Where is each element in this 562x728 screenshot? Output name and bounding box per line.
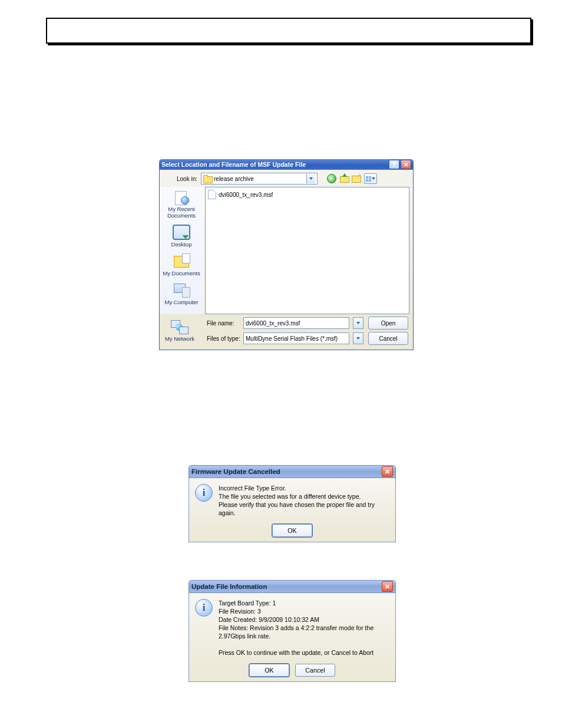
place-label: My Computer xyxy=(161,299,201,305)
place-my-network[interactable]: My Network xyxy=(160,318,200,344)
ok-button-label: OK xyxy=(287,527,296,534)
place-desktop[interactable]: Desktop xyxy=(161,223,201,250)
cancel-button[interactable]: Cancel xyxy=(295,664,335,677)
file-open-dialog: Select Location and Filename of MSF Upda… xyxy=(159,159,414,348)
help-button[interactable]: ? xyxy=(389,160,399,169)
folder-up-icon xyxy=(340,174,348,183)
ok-button-label: OK xyxy=(265,667,273,674)
new-folder-icon xyxy=(352,174,361,183)
place-label: Desktop xyxy=(161,241,201,248)
close-button[interactable]: ✕ xyxy=(401,160,411,169)
recent-documents-icon xyxy=(173,189,190,205)
my-computer-icon xyxy=(173,282,190,298)
cancel-button-label: Cancel xyxy=(305,667,325,674)
chevron-down-icon xyxy=(356,322,360,324)
file-list-pane[interactable]: dvi6000_tx_rev3.msf xyxy=(205,187,409,314)
dialog-titlebar[interactable]: Select Location and Filename of MSF Upda… xyxy=(159,159,414,170)
place-label: My Network xyxy=(160,335,200,342)
place-label: My Recent Documents xyxy=(161,206,201,219)
dialog-titlebar[interactable]: Firmware Update Cancelled ✕ xyxy=(189,465,396,478)
my-network-icon xyxy=(171,319,189,334)
close-icon: ✕ xyxy=(404,162,408,168)
views-grid-icon xyxy=(366,176,371,182)
close-button[interactable]: ✕ xyxy=(382,581,393,592)
help-icon: ? xyxy=(392,162,396,168)
file-type-dropdown[interactable]: MultiDyne Serial Flash Files (*.msf) xyxy=(243,332,349,344)
file-name-label: File name: xyxy=(207,320,240,327)
dialog-title: Select Location and Filename of MSF Upda… xyxy=(161,161,389,168)
views-menu-button[interactable] xyxy=(364,173,377,184)
file-name-text: dvi6000_tx_rev3.msf xyxy=(219,192,273,198)
up-one-level-button[interactable] xyxy=(339,174,349,183)
my-documents-icon xyxy=(173,253,190,269)
file-type-value: MultiDyne Serial Flash Files (*.msf) xyxy=(246,335,338,342)
file-name-value: dvi6000_tx_rev3.msf xyxy=(246,320,300,327)
close-button[interactable]: ✕ xyxy=(382,466,393,477)
cancel-button-label: Cancel xyxy=(379,335,397,342)
update-file-information-dialog: Update File Information ✕ Target Board T… xyxy=(189,580,396,682)
back-button[interactable] xyxy=(327,174,336,183)
place-recent-documents[interactable]: My Recent Documents xyxy=(161,188,201,221)
look-in-value: release archive xyxy=(214,176,304,182)
close-icon: ✕ xyxy=(385,468,390,476)
file-name-history-dropdown[interactable] xyxy=(353,317,363,329)
file-type-dropdown-arrow[interactable] xyxy=(353,332,363,344)
places-bar: My Recent Documents Desktop My Documents… xyxy=(160,187,204,314)
open-button-label: Open xyxy=(381,320,395,327)
info-icon xyxy=(195,484,213,502)
chevron-down-icon xyxy=(306,174,315,183)
file-list-item[interactable]: dvi6000_tx_rev3.msf xyxy=(208,190,406,199)
look-in-label: Look in: xyxy=(160,176,197,182)
file-type-label: Files of type: xyxy=(207,335,240,342)
ok-button[interactable]: OK xyxy=(249,664,289,677)
close-icon: ✕ xyxy=(385,583,390,591)
chevron-down-icon xyxy=(372,177,375,180)
document-header-bar xyxy=(46,18,531,44)
file-icon xyxy=(208,190,216,199)
dialog-title: Update File Information xyxy=(191,583,382,590)
folder-icon xyxy=(203,175,211,182)
place-my-documents[interactable]: My Documents xyxy=(161,252,201,279)
open-button[interactable]: Open xyxy=(368,317,408,330)
firmware-update-cancelled-dialog: Firmware Update Cancelled ✕ Incorrect Fi… xyxy=(189,465,396,542)
cancel-button[interactable]: Cancel xyxy=(368,332,408,345)
arrow-back-icon xyxy=(327,174,336,183)
look-in-dropdown[interactable]: release archive xyxy=(201,173,318,185)
info-icon xyxy=(195,599,213,617)
chevron-down-icon xyxy=(356,337,360,340)
message-text: Incorrect File Type Error. The file you … xyxy=(219,484,389,517)
place-my-computer[interactable]: My Computer xyxy=(161,281,201,308)
file-name-input[interactable]: dvi6000_tx_rev3.msf xyxy=(243,317,349,329)
ok-button[interactable]: OK xyxy=(272,524,312,537)
dialog-title: Firmware Update Cancelled xyxy=(191,468,382,475)
message-text: Target Board Type: 1 File Revision: 3 Da… xyxy=(219,599,389,657)
desktop-icon xyxy=(173,225,190,240)
dialog-titlebar[interactable]: Update File Information ✕ xyxy=(189,580,396,593)
place-label: My Documents xyxy=(161,270,201,276)
new-folder-button[interactable] xyxy=(352,174,361,183)
